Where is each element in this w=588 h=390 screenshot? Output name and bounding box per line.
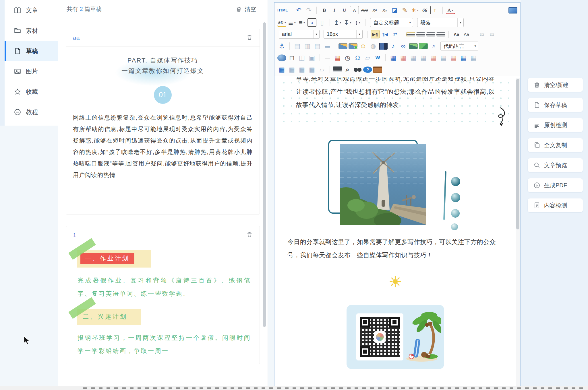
insert-date-button[interactable]: ▦ [333,54,342,62]
paste-board-button[interactable] [373,67,382,73]
image-manager-button[interactable] [409,43,418,49]
paragraph-format-select[interactable]: 段落▾ [417,18,464,27]
table-shade-button[interactable]: ▦ [287,65,296,74]
sidebar-item-materials[interactable]: 素材 [5,20,58,41]
clear-doc-button[interactable]: ▱ [318,65,326,74]
strikethrough-button[interactable]: ABC [360,6,369,14]
editor-scrollbar-thumb[interactable] [516,79,519,229]
undo-button[interactable]: ↶ [294,6,303,14]
indent-button[interactable]: ▶¶ [371,30,380,38]
magic-brush-button[interactable]: ∗▾ [410,6,419,14]
redo-button[interactable]: ↷ [304,6,313,14]
preview-button[interactable]: ⌕ [343,65,352,74]
print-button[interactable] [333,67,342,72]
find-replace-button[interactable] [353,67,362,72]
font-color-button[interactable]: A▾ [446,6,455,14]
insert-row-button[interactable]: ▦ [419,54,428,62]
blockquote-button[interactable]: 66 [420,6,429,14]
bottom-horizontal-scrollbar[interactable] [0,386,588,390]
scrawl-button[interactable]: ◍ [369,42,378,50]
paste-as-text-button[interactable]: T [430,6,439,14]
template-button[interactable]: ▣ [307,54,316,62]
insert-column-button[interactable]: ▦ [439,54,448,62]
draft-card-2[interactable]: 1 一、作业计划 完成暑假作业、复习和背颂《唐诗三百首》、练钢笔字、复习英语单词… [66,226,260,364]
special-char-button[interactable]: Ω [353,54,362,62]
two-columns-button[interactable]: ◫ [297,54,306,62]
unordered-list-button[interactable]: ≡▾ [297,18,306,27]
bordered-text-button[interactable]: A [350,6,359,14]
to-lowercase-button[interactable]: Aa [462,30,471,38]
image-align-left-button[interactable]: ▤ [293,42,302,50]
bold-button[interactable]: B [320,6,329,14]
image-align-right-button[interactable]: ▤ [313,42,322,50]
paragraph-spacing-bottom-button[interactable]: ↧▾ [343,18,352,27]
html-source-button[interactable]: HTML [277,6,288,14]
delete-table-button[interactable]: ▦ [399,54,408,62]
clear-drafts-button[interactable]: 清空 [236,0,256,18]
table-border-button[interactable]: ▦ [307,65,316,74]
align-left-button[interactable] [406,32,415,36]
copy-all-button[interactable]: 全文复制 [528,138,583,152]
line-height-button[interactable]: ↕▾ [353,18,362,27]
merge-cells-button[interactable]: ▦ [459,54,468,62]
emoji-button[interactable]: ☺ [359,42,368,50]
unlink-button[interactable]: ∞ [488,30,496,38]
anchor-button[interactable]: ⚓ [277,42,286,50]
align-right-button[interactable] [426,32,435,36]
insert-map-button[interactable] [419,43,428,49]
article-preview-button[interactable]: 文章预览 [528,158,583,172]
draft-card-1[interactable]: aa PART. 自媒体写作技巧 一篇文章教你如何打造爆文 01 网络上的信息纷… [66,29,260,214]
save-draft-button[interactable]: 保存草稿 [528,98,583,112]
image-align-center-button[interactable]: ▥ [303,42,312,50]
autotypeset-button[interactable]: a [307,18,316,27]
to-uppercase-button[interactable]: Aa [452,30,461,38]
horizontal-rule-button[interactable]: — [323,54,332,62]
word-import-button[interactable]: W [373,54,382,62]
outdent-button[interactable]: ¶◀ [381,30,390,38]
quick-format-button[interactable]: ▱ [363,54,372,62]
superscript-button[interactable]: X² [370,6,379,14]
blank-page-button[interactable]: ▯ [318,18,326,27]
code-language-select[interactable]: 代码语言▾ [440,42,478,50]
highlight-color-button[interactable]: ab▾ [277,18,286,27]
custom-heading-select[interactable]: 自定义标题▾ [370,18,413,27]
format-painter-button[interactable]: ✎ [400,6,409,14]
sidebar-item-articles[interactable]: 文章 [5,0,58,20]
delete-draft-button[interactable] [246,231,253,239]
sidebar-item-tutorials[interactable]: 教程 [5,102,58,122]
upload-image-button[interactable] [349,43,357,49]
ordered-list-button[interactable]: ≣▾ [287,18,296,27]
insert-video-button[interactable] [379,43,388,50]
help-button[interactable]: ? [363,67,372,73]
fullscreen-monitor-button[interactable] [508,7,517,13]
delete-row-button[interactable]: ▦ [429,54,438,62]
delete-column-button[interactable]: ▦ [449,54,458,62]
insert-music-button[interactable]: ♪ [389,42,398,50]
sidebar-item-images[interactable]: 图片 [5,61,58,81]
eraser-button[interactable]: ◪ [390,6,399,14]
attachment-button[interactable]: ∞ [399,42,408,50]
font-size-select[interactable]: 16px▾ [324,30,363,39]
content-check-button[interactable]: 内容检测 [528,198,583,212]
underline-button[interactable]: U [340,6,349,14]
subscript-button[interactable]: X₂ [380,6,389,14]
insert-table-button[interactable]: ▦ [389,54,398,62]
insert-image-button[interactable] [339,43,347,49]
delete-draft-button[interactable] [246,34,253,42]
windmill-image-block[interactable] [326,140,464,231]
paragraph-spacing-top-button[interactable]: ↥▾ [333,18,342,27]
italic-button[interactable]: I [330,6,339,14]
table-props-button[interactable]: ▦ [409,54,418,62]
drafts-scrollbar-thumb[interactable] [263,22,266,327]
clear-new-button[interactable]: 清空/新建 [528,78,583,92]
font-family-select[interactable]: arial▾ [279,30,320,39]
generate-pdf-button[interactable]: 生成PDF [528,178,583,192]
sidebar-item-drafts[interactable]: 草稿 [5,41,58,61]
table-grid-button[interactable]: ▦ [297,65,306,74]
insert-time-button[interactable]: ◷ [343,54,352,62]
editor-content-area[interactable]: 事等,来对文章的观点做进一步的说明,无论是图片还是短视频,只要内容让读者惊叹,产… [275,77,516,387]
align-center-button[interactable] [416,32,425,36]
page-break-button[interactable]: ⊟ [287,54,296,62]
insert-code-button[interactable]: ◔ [429,42,438,50]
original-check-button[interactable]: 原创检测 [528,118,583,132]
